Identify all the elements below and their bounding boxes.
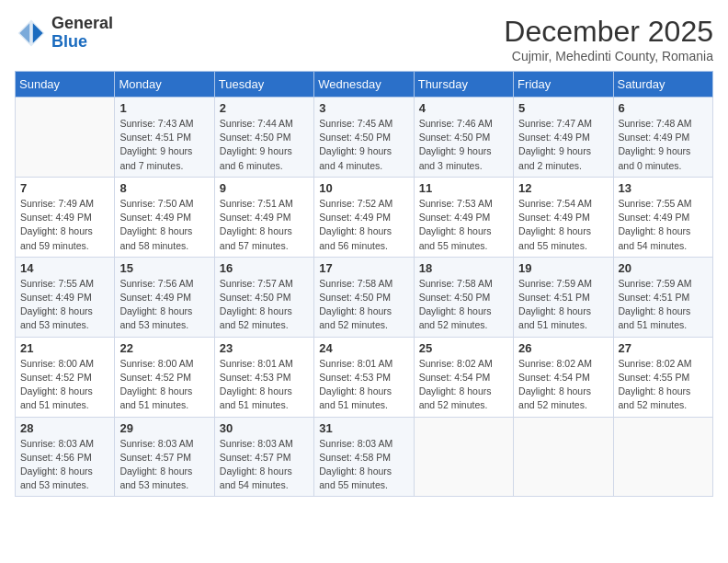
day-detail: Sunrise: 7:55 AMSunset: 4:49 PMDaylight:… — [619, 197, 708, 253]
day-detail: Sunrise: 7:48 AMSunset: 4:49 PMDaylight:… — [619, 117, 708, 173]
calendar-cell — [414, 417, 513, 497]
day-number: 29 — [119, 421, 209, 435]
col-header-monday: Monday — [115, 72, 214, 98]
day-detail: Sunrise: 8:02 AMSunset: 4:55 PMDaylight:… — [619, 357, 708, 413]
day-detail: Sunrise: 8:00 AMSunset: 4:52 PMDaylight:… — [119, 357, 209, 413]
col-header-saturday: Saturday — [613, 72, 712, 98]
day-number: 1 — [119, 101, 209, 115]
day-number: 2 — [220, 101, 309, 115]
day-detail: Sunrise: 8:03 AMSunset: 4:57 PMDaylight:… — [220, 437, 309, 493]
day-detail: Sunrise: 7:58 AMSunset: 4:50 PMDaylight:… — [319, 277, 408, 333]
title-block: December 2025 Cujmir, Mehedinti County, … — [504, 15, 713, 63]
location-subtitle: Cujmir, Mehedinti County, Romania — [504, 49, 713, 63]
day-detail: Sunrise: 8:01 AMSunset: 4:53 PMDaylight:… — [319, 357, 408, 413]
day-number: 13 — [619, 181, 708, 195]
day-detail: Sunrise: 7:57 AMSunset: 4:50 PMDaylight:… — [220, 277, 309, 333]
day-number: 17 — [319, 261, 408, 275]
col-header-wednesday: Wednesday — [314, 72, 414, 98]
month-year-title: December 2025 — [504, 15, 713, 49]
calendar-cell — [613, 417, 712, 497]
day-detail: Sunrise: 7:51 AMSunset: 4:49 PMDaylight:… — [220, 197, 309, 253]
calendar-cell: 22Sunrise: 8:00 AMSunset: 4:52 PMDayligh… — [115, 337, 214, 417]
calendar-cell: 30Sunrise: 8:03 AMSunset: 4:57 PMDayligh… — [214, 417, 313, 497]
svg-marker-2 — [19, 23, 29, 43]
day-number: 26 — [518, 341, 608, 355]
day-number: 7 — [20, 181, 109, 195]
day-number: 5 — [518, 101, 608, 115]
calendar-table: SundayMondayTuesdayWednesdayThursdayFrid… — [15, 71, 713, 497]
logo-icon — [15, 17, 48, 50]
day-detail: Sunrise: 7:59 AMSunset: 4:51 PMDaylight:… — [619, 277, 708, 333]
calendar-cell: 12Sunrise: 7:54 AMSunset: 4:49 PMDayligh… — [514, 177, 613, 257]
col-header-sunday: Sunday — [16, 72, 115, 98]
calendar-cell: 6Sunrise: 7:48 AMSunset: 4:49 PMDaylight… — [613, 98, 712, 178]
day-detail: Sunrise: 7:46 AMSunset: 4:50 PMDaylight:… — [419, 117, 508, 173]
calendar-cell: 20Sunrise: 7:59 AMSunset: 4:51 PMDayligh… — [613, 257, 712, 337]
calendar-cell: 16Sunrise: 7:57 AMSunset: 4:50 PMDayligh… — [214, 257, 313, 337]
day-detail: Sunrise: 7:44 AMSunset: 4:50 PMDaylight:… — [220, 117, 309, 173]
day-number: 15 — [119, 261, 209, 275]
calendar-cell: 8Sunrise: 7:50 AMSunset: 4:49 PMDaylight… — [115, 177, 214, 257]
calendar-cell: 28Sunrise: 8:03 AMSunset: 4:56 PMDayligh… — [16, 417, 115, 497]
day-detail: Sunrise: 7:50 AMSunset: 4:49 PMDaylight:… — [119, 197, 209, 253]
calendar-cell: 29Sunrise: 8:03 AMSunset: 4:57 PMDayligh… — [115, 417, 214, 497]
calendar-cell: 31Sunrise: 8:03 AMSunset: 4:58 PMDayligh… — [314, 417, 414, 497]
day-detail: Sunrise: 7:47 AMSunset: 4:49 PMDaylight:… — [518, 117, 608, 173]
day-number: 11 — [419, 181, 508, 195]
day-number: 6 — [619, 101, 708, 115]
day-number: 4 — [419, 101, 508, 115]
col-header-thursday: Thursday — [414, 72, 513, 98]
calendar-cell: 7Sunrise: 7:49 AMSunset: 4:49 PMDaylight… — [16, 177, 115, 257]
day-detail: Sunrise: 7:59 AMSunset: 4:51 PMDaylight:… — [518, 277, 608, 333]
day-number: 30 — [220, 421, 309, 435]
day-detail: Sunrise: 7:56 AMSunset: 4:49 PMDaylight:… — [119, 277, 209, 333]
day-detail: Sunrise: 8:03 AMSunset: 4:56 PMDaylight:… — [20, 437, 109, 493]
day-number: 16 — [220, 261, 309, 275]
day-number: 3 — [319, 101, 408, 115]
day-detail: Sunrise: 8:01 AMSunset: 4:53 PMDaylight:… — [220, 357, 309, 413]
day-detail: Sunrise: 7:45 AMSunset: 4:50 PMDaylight:… — [319, 117, 408, 173]
day-number: 19 — [518, 261, 608, 275]
logo: General Blue — [15, 15, 113, 52]
day-number: 27 — [619, 341, 708, 355]
day-detail: Sunrise: 7:58 AMSunset: 4:50 PMDaylight:… — [419, 277, 508, 333]
calendar-cell: 24Sunrise: 8:01 AMSunset: 4:53 PMDayligh… — [314, 337, 414, 417]
day-number: 10 — [319, 181, 408, 195]
calendar-cell: 9Sunrise: 7:51 AMSunset: 4:49 PMDaylight… — [214, 177, 313, 257]
day-number: 18 — [419, 261, 508, 275]
calendar-cell: 26Sunrise: 8:02 AMSunset: 4:54 PMDayligh… — [514, 337, 613, 417]
col-header-tuesday: Tuesday — [214, 72, 313, 98]
day-number: 31 — [319, 421, 408, 435]
svg-marker-1 — [33, 23, 43, 43]
day-number: 22 — [119, 341, 209, 355]
day-number: 24 — [319, 341, 408, 355]
day-number: 28 — [20, 421, 109, 435]
calendar-cell — [16, 98, 115, 178]
day-detail: Sunrise: 8:03 AMSunset: 4:58 PMDaylight:… — [319, 437, 408, 493]
day-detail: Sunrise: 7:49 AMSunset: 4:49 PMDaylight:… — [20, 197, 109, 253]
calendar-cell: 14Sunrise: 7:55 AMSunset: 4:49 PMDayligh… — [16, 257, 115, 337]
day-number: 20 — [619, 261, 708, 275]
day-detail: Sunrise: 8:02 AMSunset: 4:54 PMDaylight:… — [419, 357, 508, 413]
logo-general-text: General — [51, 15, 113, 33]
calendar-cell: 13Sunrise: 7:55 AMSunset: 4:49 PMDayligh… — [613, 177, 712, 257]
day-number: 21 — [20, 341, 109, 355]
calendar-cell: 2Sunrise: 7:44 AMSunset: 4:50 PMDaylight… — [214, 98, 313, 178]
calendar-week-row: 14Sunrise: 7:55 AMSunset: 4:49 PMDayligh… — [16, 257, 713, 337]
day-number: 25 — [419, 341, 508, 355]
calendar-cell: 1Sunrise: 7:43 AMSunset: 4:51 PMDaylight… — [115, 98, 214, 178]
calendar-cell — [514, 417, 613, 497]
calendar-cell: 11Sunrise: 7:53 AMSunset: 4:49 PMDayligh… — [414, 177, 513, 257]
calendar-cell: 21Sunrise: 8:00 AMSunset: 4:52 PMDayligh… — [16, 337, 115, 417]
page-header: General Blue December 2025 Cujmir, Mehed… — [15, 15, 713, 63]
calendar-header-row: SundayMondayTuesdayWednesdayThursdayFrid… — [16, 72, 713, 98]
logo-blue-text: Blue — [51, 33, 113, 52]
day-detail: Sunrise: 8:02 AMSunset: 4:54 PMDaylight:… — [518, 357, 608, 413]
day-number: 23 — [220, 341, 309, 355]
day-detail: Sunrise: 7:55 AMSunset: 4:49 PMDaylight:… — [20, 277, 109, 333]
calendar-week-row: 1Sunrise: 7:43 AMSunset: 4:51 PMDaylight… — [16, 98, 713, 178]
calendar-cell: 17Sunrise: 7:58 AMSunset: 4:50 PMDayligh… — [314, 257, 414, 337]
calendar-cell: 10Sunrise: 7:52 AMSunset: 4:49 PMDayligh… — [314, 177, 414, 257]
day-detail: Sunrise: 7:43 AMSunset: 4:51 PMDaylight:… — [119, 117, 209, 173]
day-number: 12 — [518, 181, 608, 195]
